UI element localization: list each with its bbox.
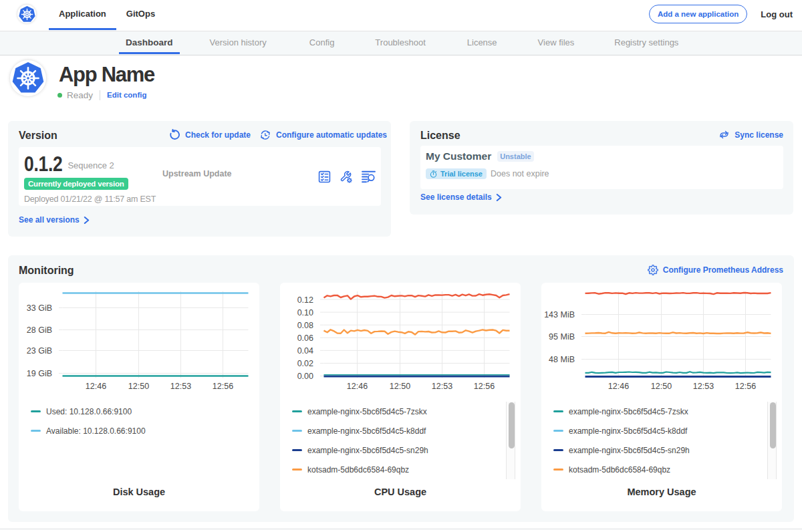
svg-text:0.12: 0.12 [297,295,313,305]
svg-text:12:53: 12:53 [432,382,452,391]
svg-text:12:50: 12:50 [651,382,672,391]
svg-text:0.04: 0.04 [297,346,313,356]
svg-text:12:50: 12:50 [390,382,410,391]
svg-text:12:56: 12:56 [735,382,756,391]
svg-text:12:46: 12:46 [347,382,368,391]
svg-text:0.06: 0.06 [297,334,313,343]
svg-text:0.08: 0.08 [297,321,313,330]
svg-text:28 GiB: 28 GiB [27,325,52,335]
svg-text:0.02: 0.02 [297,359,313,368]
svg-text:12:56: 12:56 [213,382,233,391]
svg-text:143 MiB: 143 MiB [544,310,575,319]
svg-text:33 GiB: 33 GiB [27,303,52,313]
svg-text:19 GiB: 19 GiB [27,369,52,378]
svg-text:12:53: 12:53 [170,382,191,391]
svg-text:0.00: 0.00 [297,372,313,381]
svg-text:12:46: 12:46 [608,382,629,391]
svg-text:95 MiB: 95 MiB [549,332,575,342]
svg-text:12:56: 12:56 [474,382,495,391]
svg-text:23 GiB: 23 GiB [27,346,52,356]
svg-text:0.10: 0.10 [297,308,313,317]
svg-text:12:46: 12:46 [86,382,106,391]
svg-text:12:53: 12:53 [693,382,714,391]
svg-text:12:50: 12:50 [128,382,149,391]
svg-text:48 MiB: 48 MiB [549,355,575,364]
